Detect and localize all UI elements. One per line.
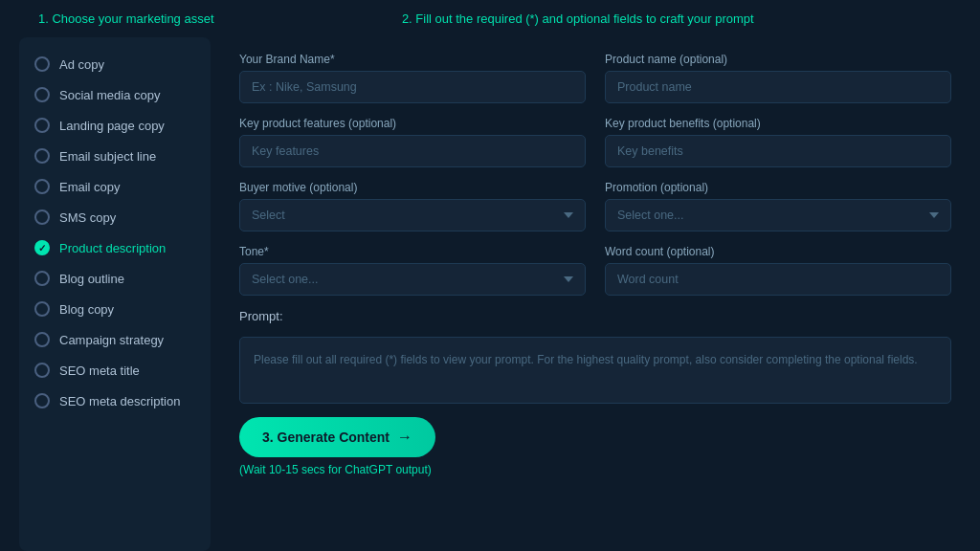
- form-row-2: Key product features (optional) Key prod…: [239, 117, 951, 167]
- step2-label: 2. Fill out the required (*) and optiona…: [214, 11, 942, 26]
- promotion-label: Promotion (optional): [605, 181, 951, 194]
- word-count-input[interactable]: [605, 263, 951, 296]
- sidebar: Ad copySocial media copyLanding page cop…: [19, 37, 211, 551]
- radio-circle-blog-outline: [34, 271, 50, 286]
- sidebar-item-seo-meta-description[interactable]: SEO meta description: [19, 386, 211, 416]
- brand-name-input[interactable]: [239, 71, 586, 103]
- sidebar-item-email-subject-line[interactable]: Email subject line: [19, 141, 211, 171]
- sidebar-label-sms-copy: SMS copy: [59, 210, 116, 225]
- sidebar-item-blog-copy[interactable]: Blog copy: [19, 294, 211, 324]
- radio-circle-social-media-copy: [34, 87, 50, 102]
- product-name-label: Product name (optional): [605, 53, 951, 66]
- key-benefits-group: Key product benefits (optional): [605, 117, 951, 167]
- sidebar-label-seo-meta-title: SEO meta title: [59, 364, 140, 378]
- key-features-label: Key product features (optional): [239, 117, 586, 130]
- form-area: Your Brand Name* Product name (optional)…: [211, 37, 980, 551]
- sidebar-item-landing-page-copy[interactable]: Landing page copy: [19, 110, 211, 141]
- sidebar-item-social-media-copy[interactable]: Social media copy: [19, 79, 211, 110]
- brand-name-label: Your Brand Name*: [239, 53, 586, 66]
- product-name-input[interactable]: [605, 71, 951, 103]
- generate-button-label: 3. Generate Content: [262, 430, 390, 445]
- sidebar-item-seo-meta-title[interactable]: SEO meta title: [19, 355, 211, 386]
- radio-circle-blog-copy: [34, 301, 50, 317]
- main-content: Ad copySocial media copyLanding page cop…: [0, 37, 980, 551]
- form-row-4: Tone* Select one... Word count (optional…: [239, 245, 951, 296]
- prompt-section: Prompt:: [239, 309, 951, 323]
- sidebar-label-email-copy: Email copy: [59, 180, 121, 194]
- buyer-motive-label: Buyer motive (optional): [239, 181, 586, 194]
- product-name-group: Product name (optional): [605, 53, 951, 103]
- radio-circle-ad-copy: [34, 56, 50, 72]
- promotion-select[interactable]: Select one...: [605, 199, 951, 231]
- radio-circle-campaign-strategy: [34, 332, 50, 347]
- radio-circle-seo-meta-title: [34, 363, 50, 378]
- radio-circle-product-description: [34, 240, 50, 255]
- key-benefits-label: Key product benefits (optional): [605, 117, 951, 130]
- prompt-label: Prompt:: [239, 309, 951, 323]
- word-count-label: Word count (optional): [605, 245, 951, 258]
- form-row-3: Buyer motive (optional) Select Promotion…: [239, 181, 951, 231]
- prompt-box: Please fill out all required (*) fields …: [239, 337, 951, 404]
- sidebar-item-campaign-strategy[interactable]: Campaign strategy: [19, 324, 211, 355]
- wait-text: (Wait 10-15 secs for ChatGPT output): [239, 463, 951, 476]
- word-count-group: Word count (optional): [605, 245, 951, 296]
- sidebar-label-product-description: Product description: [59, 241, 166, 255]
- step1-label: 1. Choose your marketing asset: [38, 11, 214, 26]
- sidebar-label-campaign-strategy: Campaign strategy: [59, 333, 164, 347]
- generate-button[interactable]: 3. Generate Content →: [239, 417, 435, 457]
- sidebar-label-email-subject-line: Email subject line: [59, 149, 156, 164]
- sidebar-label-landing-page-copy: Landing page copy: [59, 119, 165, 133]
- sidebar-item-sms-copy[interactable]: SMS copy: [19, 202, 211, 232]
- radio-circle-seo-meta-description: [34, 393, 50, 408]
- promotion-group: Promotion (optional) Select one...: [605, 181, 951, 231]
- radio-circle-email-copy: [34, 179, 50, 194]
- tone-select[interactable]: Select one...: [239, 263, 586, 296]
- buyer-motive-select[interactable]: Select: [239, 199, 586, 231]
- tone-label: Tone*: [239, 245, 586, 258]
- arrow-icon: →: [397, 429, 412, 446]
- sidebar-label-blog-copy: Blog copy: [59, 302, 114, 317]
- form-row-1: Your Brand Name* Product name (optional): [239, 53, 951, 103]
- sidebar-item-ad-copy[interactable]: Ad copy: [19, 49, 211, 79]
- top-bar: 1. Choose your marketing asset 2. Fill o…: [0, 0, 980, 37]
- sidebar-label-seo-meta-description: SEO meta description: [59, 394, 180, 408]
- sidebar-label-blog-outline: Blog outline: [59, 272, 124, 286]
- sidebar-item-product-description[interactable]: Product description: [19, 232, 211, 263]
- sidebar-item-email-copy[interactable]: Email copy: [19, 171, 211, 202]
- generate-section: 3. Generate Content → (Wait 10-15 secs f…: [239, 417, 951, 476]
- tone-group: Tone* Select one...: [239, 245, 586, 296]
- brand-name-group: Your Brand Name*: [239, 53, 586, 103]
- key-benefits-input[interactable]: [605, 135, 951, 167]
- key-features-group: Key product features (optional): [239, 117, 586, 167]
- sidebar-label-social-media-copy: Social media copy: [59, 88, 161, 102]
- sidebar-item-blog-outline[interactable]: Blog outline: [19, 263, 211, 294]
- radio-circle-email-subject-line: [34, 148, 50, 164]
- radio-circle-sms-copy: [34, 209, 50, 225]
- buyer-motive-group: Buyer motive (optional) Select: [239, 181, 586, 231]
- key-features-input[interactable]: [239, 135, 586, 167]
- sidebar-label-ad-copy: Ad copy: [59, 57, 104, 72]
- radio-circle-landing-page-copy: [34, 118, 50, 133]
